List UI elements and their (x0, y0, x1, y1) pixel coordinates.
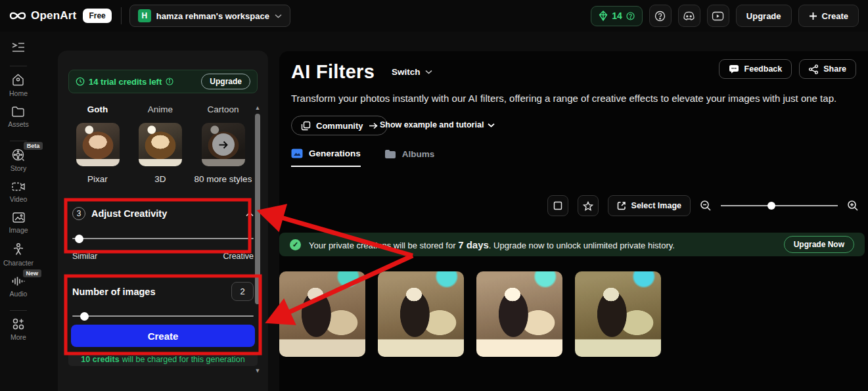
creativity-slider-thumb[interactable] (75, 235, 83, 243)
story-icon (11, 148, 25, 162)
layers-icon (301, 121, 311, 131)
sidebar-item-home[interactable]: Home (9, 73, 28, 97)
sidebar-item-assets[interactable]: Assets (8, 106, 29, 128)
collapse-section-button[interactable] (246, 208, 254, 219)
openart-logo[interactable]: OpenArt (9, 9, 76, 22)
zoom-slider-track (721, 205, 838, 206)
sidebar-toggle-icon[interactable] (11, 42, 26, 55)
share-button[interactable]: Share (799, 59, 856, 79)
sidebar-item-story[interactable]: Beta Story (11, 148, 27, 172)
storage-notice-banner: ✓ Your private creations will be stored … (279, 233, 865, 256)
number-of-images-value[interactable]: 2 (231, 282, 254, 301)
content-tabs: Generations Albums (291, 149, 434, 167)
video-camera-icon (11, 181, 26, 193)
sidebar: Home Assets Beta Story Video Image Chara… (0, 32, 37, 391)
generated-image-4[interactable] (575, 271, 661, 357)
workspace-avatar: H (138, 9, 151, 22)
panel-upgrade-button[interactable]: Upgrade (201, 74, 250, 89)
panel-scrollbar[interactable]: ▲ ▼ (254, 106, 261, 373)
help-button[interactable] (649, 5, 672, 27)
switch-dropdown[interactable]: Switch (392, 67, 432, 77)
tab-generations[interactable]: Generations (291, 149, 361, 167)
sidebar-item-label: Character (3, 259, 34, 267)
tab-albums[interactable]: Albums (384, 149, 435, 167)
square-icon (553, 201, 562, 210)
workspace-name: hamza rehman's workspace (156, 11, 269, 21)
credits-help-icon (626, 12, 635, 20)
main-content: AI Filters Switch Transform your photos … (279, 51, 868, 391)
create-topbar-button[interactable]: Create (798, 5, 859, 27)
scrollbar-thumb[interactable] (255, 114, 260, 304)
feedback-button[interactable]: Feedback (719, 59, 792, 79)
youtube-button[interactable] (707, 5, 729, 27)
openart-app: OpenArt Free H hamza rehman's workspace … (0, 0, 868, 391)
style-thumbnail-1[interactable] (76, 123, 120, 166)
generations-gallery (279, 271, 661, 357)
more-styles-arrow-button[interactable] (212, 133, 235, 156)
sidebar-item-image[interactable]: Image (9, 212, 28, 234)
chevron-down-icon (425, 70, 432, 74)
info-icon (166, 78, 173, 85)
youtube-icon (712, 11, 724, 21)
show-example-toggle[interactable]: Show example and tutorial (380, 120, 495, 129)
creativity-slider[interactable] (72, 235, 254, 242)
new-badge: New (23, 269, 42, 277)
creativity-slider-track (72, 238, 254, 239)
question-icon (654, 11, 666, 22)
style-thumbnail-3[interactable] (202, 123, 245, 166)
creativity-max-label: Creative (223, 252, 254, 261)
select-image-button[interactable]: Select Image (608, 195, 691, 216)
generated-image-3[interactable] (476, 271, 562, 357)
zoom-out-icon[interactable] (700, 200, 712, 212)
number-of-images-slider[interactable] (72, 312, 254, 320)
sidebar-item-character[interactable]: Character (3, 242, 34, 267)
topbar-actions: 14 Upgrade Create (591, 5, 859, 27)
more-apps-icon (12, 317, 25, 331)
character-icon (12, 242, 25, 256)
thumbnail-zoom-slider[interactable] (721, 202, 838, 210)
creativity-min-label: Similar (72, 252, 97, 261)
discord-button[interactable] (678, 5, 700, 27)
chevron-up-icon (246, 212, 254, 217)
style-thumbnail-2[interactable] (139, 123, 182, 166)
sidebar-item-audio[interactable]: New Audio (10, 275, 28, 298)
star-icon (583, 201, 593, 211)
scroll-down-arrow[interactable]: ▼ (254, 367, 261, 374)
top-bar: OpenArt Free H hamza rehman's workspace … (0, 0, 868, 32)
storage-notice-text: Your private creations will be stored fo… (309, 239, 675, 250)
workspace-selector[interactable]: H hamza rehman's workspace (129, 5, 290, 27)
sidebar-item-video[interactable]: Video (10, 181, 28, 203)
community-button[interactable]: Community (291, 116, 388, 135)
style-selector: Goth Anime Cartoon Pixar 3D 80 more styl… (68, 103, 252, 185)
generated-image-1[interactable] (279, 271, 365, 357)
grid-view-button[interactable] (547, 195, 568, 216)
feedback-chat-icon (729, 64, 739, 74)
scroll-up-arrow[interactable]: ▲ (254, 104, 261, 111)
style-option-cartoon[interactable]: Cartoon (207, 104, 239, 114)
page-title: AI Filters (291, 61, 375, 83)
style-option-goth[interactable]: Goth (87, 104, 108, 114)
number-of-images-label: Number of images (72, 287, 156, 297)
beta-badge: Beta (24, 142, 43, 150)
discord-icon (683, 11, 695, 21)
style-option-pixar[interactable]: Pixar (87, 174, 108, 184)
create-button[interactable]: Create (71, 325, 255, 347)
header-actions: Feedback Share (719, 59, 856, 79)
credits-pill[interactable]: 14 (591, 6, 643, 26)
images-slider-track (72, 315, 254, 317)
zoom-slider-thumb[interactable] (767, 202, 775, 210)
sidebar-item-label: More (11, 333, 26, 341)
images-slider-thumb[interactable] (80, 312, 89, 321)
favorites-button[interactable] (578, 195, 599, 216)
image-icon (12, 212, 26, 223)
generated-image-2[interactable] (378, 271, 464, 357)
zoom-in-icon[interactable] (847, 200, 859, 212)
upgrade-now-button[interactable]: Upgrade Now (784, 236, 854, 253)
style-option-anime[interactable]: Anime (148, 104, 173, 114)
folder-icon (11, 106, 25, 118)
select-icon (617, 201, 626, 210)
upgrade-button[interactable]: Upgrade (736, 5, 792, 27)
sidebar-item-more[interactable]: More (11, 317, 26, 341)
style-option-more-styles[interactable]: 80 more styles (194, 174, 252, 184)
style-option-3d[interactable]: 3D (154, 174, 166, 184)
